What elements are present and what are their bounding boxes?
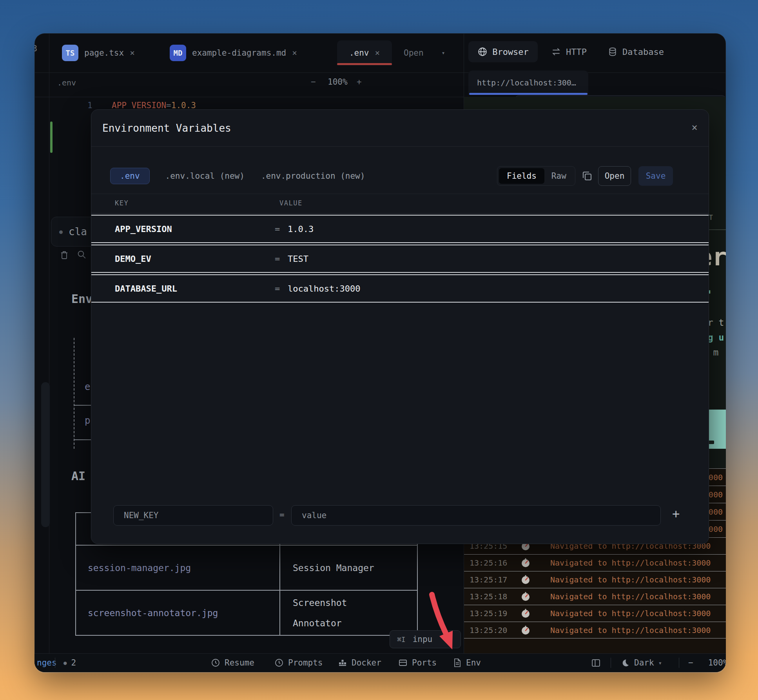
code-value: 1.0.3 xyxy=(171,101,196,110)
close-tab-icon[interactable]: × xyxy=(292,48,297,58)
stopwatch-icon xyxy=(520,575,531,585)
section-heading-env: Env xyxy=(71,292,92,306)
statusbar-resume[interactable]: Resume xyxy=(211,654,254,672)
swap-arrows-icon xyxy=(551,47,561,57)
open-dropdown[interactable]: Open ▾ xyxy=(404,40,445,65)
moon-icon xyxy=(621,658,630,667)
statusbar-count-badge[interactable]: ● 2 xyxy=(63,654,76,672)
input-shortcut-pill[interactable]: ⌘I inpu xyxy=(390,630,461,648)
tab-label: example-diagrams.md xyxy=(192,48,286,58)
agent-chat-label: cla xyxy=(69,226,87,238)
log-row: 13:25:16 Navigated to http://localhost:3… xyxy=(464,554,726,571)
browser-url-tab[interactable]: http://localhost:300… xyxy=(468,71,588,95)
open-label: Open xyxy=(404,48,424,58)
statusbar-env[interactable]: Env xyxy=(453,654,481,672)
env-variable-row[interactable]: DEMO_EV = TEST xyxy=(91,245,709,273)
tab-example-diagrams[interactable]: MD example-diagrams.md × xyxy=(170,40,297,65)
table-cell-file: screenshot-annotator.jpg xyxy=(76,591,280,635)
database-label: Database xyxy=(622,47,664,57)
http-label: HTTP xyxy=(566,47,587,57)
table-row: session-manager.jpg Session Manager xyxy=(76,545,417,590)
git-added-gutter-bar xyxy=(50,122,53,153)
stopwatch-icon xyxy=(520,608,531,618)
preview-table-body: session-manager.jpg Session Manager scre… xyxy=(76,545,417,635)
tab-label: .env xyxy=(349,48,369,58)
app-window: 3 TS page.tsx × MD example-diagrams.md ×… xyxy=(34,33,726,672)
log-message: Navigated to http://localhost:3000 xyxy=(550,609,711,618)
log-timestamp: 13:25:17 xyxy=(470,575,518,584)
docker-grid-icon xyxy=(338,658,347,667)
table-cell-title: Screenshot Annotator xyxy=(280,591,417,635)
statusbar-ports[interactable]: Ports xyxy=(398,654,437,672)
env-value: TEST xyxy=(288,254,308,264)
log-message: Navigated to http://localhost:3000 xyxy=(550,592,711,601)
copy-button[interactable] xyxy=(581,170,593,183)
modal-title: Environment Variables xyxy=(102,122,231,134)
zoom-level: 100% xyxy=(708,658,726,667)
clock-icon xyxy=(211,658,220,667)
close-tab-icon[interactable]: × xyxy=(130,48,135,58)
env-key: DEMO_EV xyxy=(115,254,275,264)
log-message: Navigated to http://localhost:3000 xyxy=(550,575,711,584)
browser-panel-button[interactable]: Browser xyxy=(468,41,538,62)
env-variable-row[interactable]: DATABASE_URL = localhost:3000 xyxy=(91,274,709,303)
env-file-tab[interactable]: .env.production (new) xyxy=(260,168,366,184)
toggle-panel-button[interactable] xyxy=(591,654,601,672)
statusbar-prompts[interactable]: Prompts xyxy=(274,654,323,672)
zoom-out-button[interactable]: − xyxy=(311,77,316,87)
code-key: APP_VERSION xyxy=(112,101,166,110)
chevron-down-icon: ▾ xyxy=(442,49,445,56)
log-message: Navigated to http://localhost:3000 xyxy=(550,558,711,568)
tree-item: p xyxy=(85,415,90,426)
env-key: APP_VERSION xyxy=(115,224,275,234)
statusbar-docker[interactable]: Docker xyxy=(338,654,381,672)
log-row: 13:25:19 Navigated to http://localhost:3… xyxy=(464,605,726,622)
database-panel-button[interactable]: Database xyxy=(607,41,664,62)
add-variable-button[interactable]: + xyxy=(672,506,680,521)
database-icon xyxy=(607,47,618,57)
close-tab-icon[interactable]: × xyxy=(375,48,380,58)
zoom-in-button[interactable]: + xyxy=(357,77,362,87)
env-value: localhost:3000 xyxy=(288,284,360,294)
equals-sign: = xyxy=(275,254,288,264)
key-column-header: KEY xyxy=(115,199,129,207)
close-modal-icon[interactable]: × xyxy=(691,122,698,133)
code-line: 1 APP_VERSION = 1.0.3 xyxy=(87,101,196,110)
log-row: 13:25:17 Navigated to http://localhost:3… xyxy=(464,571,726,588)
tree-item: e xyxy=(85,381,90,392)
table-cell-title: Session Manager xyxy=(280,546,417,590)
dot-icon: ● xyxy=(63,660,67,666)
environment-variables-modal: Environment Variables × .env .env.local … xyxy=(91,109,709,544)
tab-page-tsx[interactable]: TS page.tsx × xyxy=(62,40,135,65)
trash-icon[interactable] xyxy=(60,250,69,261)
search-icon[interactable] xyxy=(77,250,87,261)
new-key-input[interactable] xyxy=(113,505,273,526)
statusbar-changes-clipped[interactable]: nges xyxy=(37,654,57,672)
tab-env-active[interactable]: .env × xyxy=(337,40,392,65)
env-file-tab[interactable]: .env xyxy=(110,168,150,184)
new-value-input[interactable] xyxy=(291,505,661,526)
save-button[interactable]: Save xyxy=(638,166,673,186)
open-button[interactable]: Open xyxy=(598,166,631,186)
ports-label: Ports xyxy=(412,658,437,667)
cmd-i-shortcut: ⌘I xyxy=(397,635,406,644)
log-row: 13:25:20 Navigated to http://localhost:3… xyxy=(464,622,726,638)
status-bar: nges ● 2 Resume Prompts Docker Ports Env xyxy=(34,653,726,672)
env-file-tab[interactable]: .env.local (new) xyxy=(165,168,245,184)
zoom-out-button[interactable]: − xyxy=(688,658,693,667)
fields-toggle-option[interactable]: Fields xyxy=(499,168,544,184)
tab-label: page.tsx xyxy=(84,48,124,58)
env-variable-row[interactable]: APP_VERSION = 1.0.3 xyxy=(91,215,709,243)
fields-raw-toggle[interactable]: Fields Raw xyxy=(497,166,575,186)
theme-label: Dark xyxy=(634,658,654,667)
browser-label: Browser xyxy=(492,47,529,57)
panel-layout-icon xyxy=(591,658,601,668)
raw-toggle-option[interactable]: Raw xyxy=(544,171,573,181)
typescript-file-icon: TS xyxy=(62,45,78,61)
http-panel-button[interactable]: HTTP xyxy=(551,41,587,62)
editor-scrollbar[interactable] xyxy=(41,382,50,527)
tabbar-divider xyxy=(34,73,726,73)
app-zoom-control[interactable]: − 100% xyxy=(688,654,726,672)
log-row: 13:25:18 Navigated to http://localhost:3… xyxy=(464,588,726,605)
theme-selector[interactable]: Dark ▾ xyxy=(621,654,662,672)
